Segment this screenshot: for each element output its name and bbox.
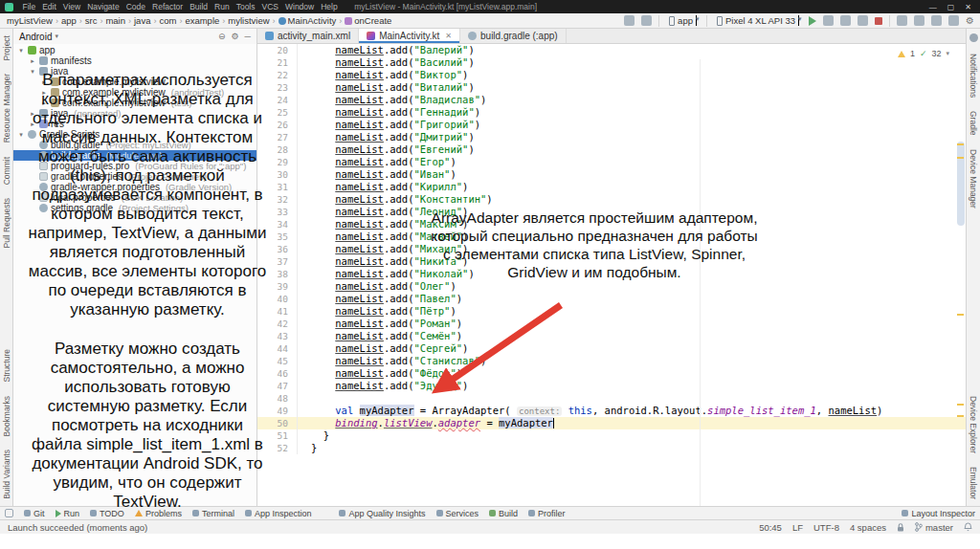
code-line-21[interactable]: 21 nameList.add("Василий") (257, 56, 966, 69)
settings-icon[interactable]: ⚙ (232, 32, 239, 41)
device-manager-icon[interactable] (914, 15, 924, 26)
code-line-27[interactable]: 27 nameList.add("Дмитрий") (257, 131, 966, 143)
breadcrumb-java[interactable]: java (133, 15, 151, 26)
toolwindow-switcher-icon[interactable] (5, 509, 13, 517)
tab-activity-main-xml[interactable]: activity_main.xml (257, 29, 359, 43)
hide-panel-icon[interactable]: ─ (245, 32, 251, 41)
breadcrumb-mylistview[interactable]: mylistview (227, 15, 270, 26)
tree-chevron-icon[interactable]: ▸ (29, 57, 36, 65)
collapse-all-icon[interactable]: ⊖ (218, 32, 226, 41)
menu-view[interactable]: View (59, 2, 83, 11)
close-icon[interactable]: ✕ (445, 32, 452, 40)
stripe-pull-requests[interactable]: Pull Requests (2, 198, 11, 248)
settings-icon[interactable]: ⚙ (966, 15, 974, 26)
code-line-41[interactable]: 41 nameList.add("Пётр") (257, 305, 966, 318)
tab-build-gradle-app[interactable]: build.gradle (:app) (460, 29, 567, 43)
bell-icon[interactable] (969, 33, 978, 42)
toolwindow-services[interactable]: Services (436, 509, 479, 518)
menu-run[interactable]: Run (212, 2, 234, 11)
code-line-31[interactable]: 31 nameList.add("Кирилл") (257, 181, 966, 193)
menu-build[interactable]: Build (187, 2, 212, 11)
code-line-39[interactable]: 39 nameList.add("Олег") (257, 280, 966, 293)
inspections-widget[interactable]: 1 ✓ 32 ▾ (895, 48, 952, 59)
stripe-build-variants[interactable]: Build Variants (2, 450, 11, 499)
stripe-project[interactable]: Project (2, 35, 11, 60)
menu-window[interactable]: Window (281, 2, 317, 11)
search-everywhere-icon[interactable] (948, 15, 959, 26)
attach-debugger-icon[interactable] (858, 15, 868, 26)
code-line-23[interactable]: 23 nameList.add("Виталий") (257, 81, 966, 94)
code-line-52[interactable]: 52} (257, 442, 966, 454)
breadcrumb-src[interactable]: src (84, 15, 99, 26)
status-item-50-45[interactable]: 50:45 (759, 522, 782, 533)
menu-vcs[interactable]: VCS (258, 2, 281, 11)
toolwindow-profiler[interactable]: Profiler (528, 509, 566, 518)
stripe-resource-manager[interactable]: Resource Manager (2, 74, 11, 143)
stripe-gradle[interactable]: Gradle (969, 111, 978, 136)
menu-help[interactable]: Help (318, 2, 341, 11)
stripe-emulator[interactable]: Emulator (969, 467, 978, 499)
code-line-24[interactable]: 24 nameList.add("Владислав") (257, 94, 966, 106)
tab-mainactivity-kt[interactable]: MainActivity.kt✕ (359, 29, 460, 43)
status-item-lf[interactable]: LF (792, 522, 803, 533)
git-branch-widget[interactable]: master (915, 522, 953, 533)
code-line-22[interactable]: 22 nameList.add("Виктор") (257, 69, 966, 81)
breadcrumb-oncreate[interactable]: onCreate (344, 15, 392, 26)
code-line-20[interactable]: 20 nameList.add("Валерий") (257, 44, 966, 56)
close-icon[interactable]: ✕ (965, 3, 971, 11)
stripe-device-explorer[interactable]: Device Explorer (969, 396, 978, 453)
menu-refactor[interactable]: Refactor (149, 2, 187, 11)
code-line-50[interactable]: 50 binding.listView.adapter = myAdapter (257, 417, 966, 429)
stripe-notifications[interactable]: Notifications (969, 54, 978, 98)
code-line-28[interactable]: 28 nameList.add("Евгений") (257, 143, 966, 156)
breadcrumb-com[interactable]: com (158, 15, 177, 26)
menu-code[interactable]: Code (122, 2, 148, 11)
code-line-45[interactable]: 45 nameList.add("Станислав") (257, 355, 966, 367)
profiler-icon[interactable] (840, 15, 851, 26)
tree-item-app[interactable]: ▾app (13, 45, 256, 55)
code-line-30[interactable]: 30 nameList.add("Иван") (257, 168, 966, 181)
device-select[interactable]: Pixel 4 XL API 33 ▾ (714, 15, 802, 26)
menu-file[interactable]: File (19, 2, 39, 11)
code-line-43[interactable]: 43 nameList.add("Семён") (257, 330, 966, 342)
code-line-48[interactable]: 48 (257, 392, 966, 405)
stripe-device-manager[interactable]: Device Manager (969, 149, 978, 209)
stripe-commit[interactable]: Commit (2, 157, 11, 185)
run-configuration-select[interactable]: app ▾ (666, 15, 700, 26)
code-line-46[interactable]: 46 nameList.add("Фёдор") (257, 367, 966, 380)
code-line-29[interactable]: 29 nameList.add("Егор") (257, 156, 966, 168)
wrench-icon[interactable] (641, 15, 652, 26)
code-line-42[interactable]: 42 nameList.add("Роман") (257, 318, 966, 330)
stop-button[interactable] (875, 17, 882, 25)
code-line-26[interactable]: 26 nameList.add("Григорий") (257, 119, 966, 131)
code-line-51[interactable]: 51 } (257, 429, 966, 442)
menu-tools[interactable]: Tools (233, 2, 258, 11)
tree-item-manifests[interactable]: ▸manifests (13, 55, 256, 66)
sdk-manager-icon[interactable] (931, 15, 942, 26)
code-line-32[interactable]: 32 nameList.add("Константин") (257, 193, 966, 206)
code-line-25[interactable]: 25 nameList.add("Геннадий") (257, 106, 966, 119)
minimize-icon[interactable]: — (929, 3, 937, 11)
stripe-bookmarks[interactable]: Bookmarks (2, 396, 11, 437)
breadcrumb-mylistview[interactable]: myListView (6, 15, 54, 26)
maximize-icon[interactable]: ▢ (947, 3, 955, 11)
build-hammer-icon[interactable] (624, 15, 635, 26)
editor-scrollbar[interactable] (957, 142, 965, 226)
breadcrumb-main[interactable]: main (104, 15, 126, 26)
gradle-sync-icon[interactable] (897, 15, 907, 26)
read-lock-icon[interactable] (897, 523, 904, 532)
status-item-utf-8[interactable]: UTF-8 (813, 522, 839, 533)
tree-chevron-icon[interactable]: ▾ (17, 47, 25, 55)
breadcrumb-mainactivity[interactable]: MainActivity (278, 15, 338, 26)
breadcrumb-app[interactable]: app (60, 15, 78, 26)
code-line-40[interactable]: 40 nameList.add("Павел") (257, 293, 966, 305)
code-line-47[interactable]: 47 nameList.add("Эдуард") (257, 380, 966, 392)
code-line-49[interactable]: 49 val myAdapter = ArrayAdapter( context… (257, 405, 966, 417)
status-message[interactable]: Launch succeeded (moments ago) (8, 522, 147, 533)
tree-chevron-icon[interactable]: ▾ (17, 131, 25, 139)
project-view-select[interactable]: Android ▾ (19, 32, 58, 42)
toolwindow-build[interactable]: Build (489, 509, 518, 518)
toolwindow-layout-inspector[interactable]: Layout Inspector (902, 509, 975, 518)
status-item-4-spaces[interactable]: 4 spaces (850, 522, 886, 533)
debug-icon[interactable] (823, 15, 834, 26)
